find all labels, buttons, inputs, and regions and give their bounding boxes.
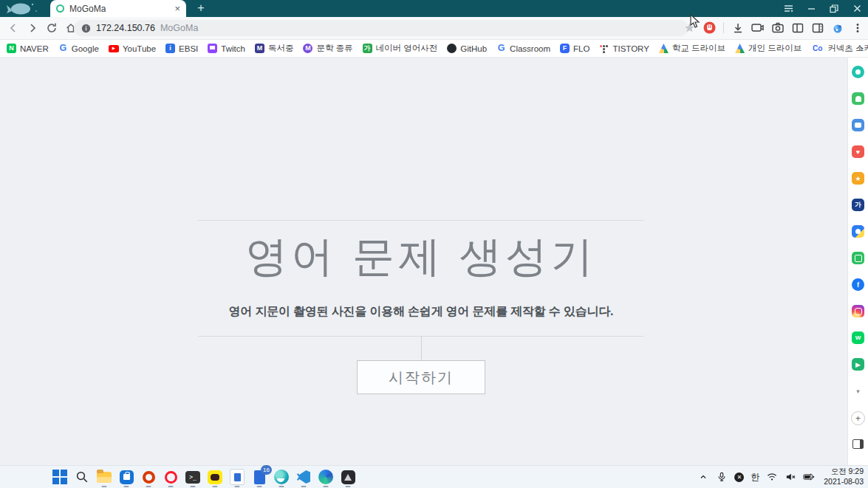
bookmark-munhak[interactable]: M 문학 종류 (303, 43, 352, 54)
twitch-icon (208, 44, 217, 53)
microphone-icon[interactable] (716, 470, 728, 484)
side-panel-icon[interactable] (852, 439, 864, 449)
nav-buttons (4, 18, 80, 37)
capture-camera-icon[interactable] (768, 18, 787, 37)
bookmark-personal-drive[interactable]: 개인 드라이브 (735, 43, 802, 54)
bookmark-label: 개인 드라이브 (748, 43, 802, 54)
video-popup-icon[interactable] (748, 18, 767, 37)
site-info-icon[interactable] (81, 24, 91, 33)
bookmark-school-drive[interactable]: 학교 드라이브 (659, 43, 725, 54)
heart-icon[interactable]: ♥ (852, 145, 864, 158)
instagram-icon[interactable] (852, 305, 864, 317)
start-button-icon[interactable] (52, 469, 68, 485)
whale-apps-icon[interactable] (828, 18, 847, 37)
terminal-icon[interactable]: >_ (185, 469, 201, 485)
tab-close-icon[interactable]: × (174, 4, 180, 13)
bookmarks-overflow-icon[interactable]: » (858, 44, 863, 54)
back-icon[interactable] (4, 18, 22, 37)
opera-icon[interactable] (163, 469, 179, 485)
battery-icon[interactable] (803, 470, 815, 484)
bookmark-naver-dictionary[interactable]: 가 네이버 영어사전 (363, 43, 438, 54)
bookmark-tistory[interactable]: TISTORY (599, 44, 649, 53)
kakaotalk-icon[interactable] (207, 469, 223, 485)
alarm-icon[interactable] (852, 92, 864, 105)
download-icon[interactable] (728, 18, 747, 37)
ime-indicator[interactable]: 한 (751, 471, 759, 484)
url-host: 172.24.150.76 (96, 23, 155, 33)
divider-top (198, 220, 644, 221)
bookmark-label: 네이버 영어사전 (376, 43, 438, 54)
status-x-icon[interactable]: ✕ (734, 472, 744, 482)
flo-icon: F (560, 44, 570, 53)
naver-dictionary-icon: 가 (363, 44, 372, 53)
bookmark-label: Twitch (221, 44, 245, 53)
conects-icon: Co (811, 44, 824, 53)
google-icon: G (58, 44, 68, 53)
reading-app-icon: M (255, 44, 264, 53)
bookmark-label: 문학 종류 (316, 43, 352, 54)
band-icon[interactable] (852, 252, 864, 264)
more-menu-icon[interactable] (848, 18, 867, 37)
whale-browser-icon[interactable] (273, 469, 290, 485)
start-button[interactable]: 시작하기 (357, 360, 485, 394)
add-app-icon[interactable]: + (851, 411, 865, 425)
reload-icon[interactable] (42, 18, 61, 37)
search-icon[interactable] (74, 469, 90, 485)
jr-naver-icon[interactable] (852, 225, 864, 238)
favorites-star-icon[interactable]: ★ (852, 172, 864, 185)
bookmark-youtube[interactable]: ▶ YouTube (109, 44, 156, 53)
bookmark-star-icon[interactable] (680, 18, 699, 37)
google-drive-icon (735, 44, 745, 53)
microsoft-store-icon[interactable] (118, 469, 134, 485)
tab-list-icon[interactable] (783, 4, 793, 14)
forward-icon[interactable] (23, 18, 41, 37)
pyramid-app-icon[interactable] (340, 469, 356, 485)
bookmark-twitch[interactable]: Twitch (208, 44, 245, 53)
naver-icon: N (7, 44, 16, 53)
bookmark-dokseojung[interactable]: M 독서중 (255, 43, 294, 54)
bookmark-label: Classroom (510, 44, 550, 53)
bookmarks-bar: N NAVER G Google ▶ YouTube i EBSI Twitch… (0, 40, 868, 58)
hero-section: 영어 문제 생성기 영어 지문이 촬영된 사진을 이용해 손쉽게 영어 문제를 … (198, 220, 644, 401)
page-content: 영어 문제 생성기 영어 지문이 촬영된 사진을 이용해 손쉽게 영어 문제를 … (0, 58, 847, 466)
tv-app-icon[interactable]: ▶ (852, 358, 864, 371)
bookmark-naver[interactable]: N NAVER (7, 44, 49, 53)
restore-button[interactable] (829, 4, 839, 14)
edge-icon[interactable] (318, 469, 334, 485)
whale-store-icon[interactable] (852, 66, 864, 78)
volume-muted-icon[interactable] (785, 470, 796, 484)
wifi-icon[interactable] (766, 470, 778, 484)
schedule-icon[interactable] (852, 119, 864, 131)
bookmark-classroom[interactable]: G Classroom (496, 44, 550, 53)
collapse-icon[interactable]: ▾ (852, 385, 864, 397)
bookmark-flo[interactable]: F FLO (560, 44, 590, 53)
office-icon[interactable] (140, 469, 157, 485)
webtoon-icon[interactable]: W (852, 331, 864, 344)
vscode-icon[interactable] (295, 469, 312, 485)
facebook-icon[interactable]: f (852, 278, 864, 291)
browser-titlebar: MoGoMa × + (0, 0, 868, 17)
document-app-icon[interactable] (229, 469, 245, 485)
bookmark-ebsi[interactable]: i EBSI (165, 44, 198, 53)
connector-line (421, 336, 422, 360)
bookmark-google[interactable]: G Google (58, 44, 99, 53)
close-window-button[interactable] (852, 4, 862, 14)
mail-app-icon[interactable]: 16 (251, 469, 267, 485)
github-icon (447, 44, 457, 53)
taskbar-clock[interactable]: 오전 9:29 2021-08-03 (824, 467, 865, 487)
dictionary-icon[interactable]: 가 (852, 199, 864, 211)
new-tab-button[interactable]: + (194, 1, 208, 16)
minimize-button[interactable] (806, 4, 816, 14)
youtube-icon: ▶ (109, 45, 119, 52)
tray-chevron-icon[interactable] (697, 470, 709, 484)
adblock-icon[interactable] (700, 18, 719, 37)
file-explorer-icon[interactable] (96, 469, 112, 485)
sidebar-toggle-icon[interactable] (788, 18, 807, 37)
address-bar[interactable]: 172.24.150.76 MoGoMa (74, 20, 688, 36)
system-tray: ✕ 한 오전 9:29 2021-08-03 (697, 466, 865, 488)
google-drive-icon (659, 44, 669, 53)
bookmark-github[interactable]: GitHub (447, 44, 487, 53)
split-window-icon[interactable] (808, 18, 827, 37)
browser-tab-active[interactable]: MoGoMa × (50, 0, 186, 17)
bookmark-label: FLO (573, 44, 590, 53)
